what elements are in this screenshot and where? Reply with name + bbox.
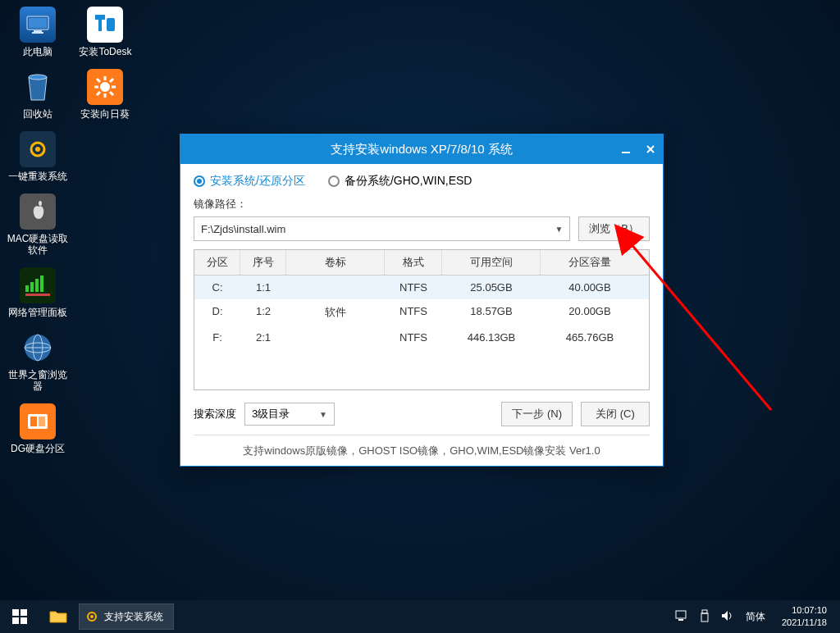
cell: 18.57GB	[442, 299, 541, 326]
svg-rect-19	[39, 417, 45, 426]
path-label: 镜像路径：	[194, 197, 650, 212]
col-format: 格式	[385, 250, 442, 275]
image-path-value: F:\Zjds\install.wim	[201, 223, 285, 235]
col-partition: 分区	[194, 250, 240, 275]
minimize-button[interactable]	[619, 142, 633, 157]
titlebar[interactable]: 支持安装windows XP/7/8/10 系统	[180, 134, 663, 164]
desktop: 此电脑 回收站 一键重装系统 MAC硬盘读取软件	[0, 0, 840, 633]
table-header: 分区 序号 卷标 格式 可用空间 分区容量	[194, 250, 649, 276]
col-volume: 卷标	[286, 250, 385, 275]
svg-line-26	[97, 79, 100, 82]
gear-icon	[84, 609, 99, 624]
pc-icon	[20, 7, 56, 43]
desktop-icon-todesk[interactable]: 安装ToDesk	[74, 7, 136, 57]
table-row[interactable]: F: 2:1 NTFS 446.13GB 465.76GB	[194, 326, 649, 349]
taskbar: 支持安装系统 简体 10:07:10 2021/11/18	[0, 600, 840, 633]
svg-rect-42	[702, 610, 707, 613]
svg-point-6	[35, 147, 40, 152]
svg-point-39	[90, 615, 94, 618]
close-button[interactable]	[643, 142, 658, 157]
sunflower-icon	[87, 69, 123, 105]
cell: 20.00GB	[541, 299, 639, 326]
taskbar-explorer[interactable]	[39, 600, 77, 633]
cell: NTFS	[385, 276, 442, 299]
window-content: 安装系统/还原分区 备份系统/GHO,WIN,ESD 镜像路径： F:\Zjds…	[180, 164, 663, 465]
svg-line-27	[110, 92, 113, 95]
table-row[interactable]: D: 1:2 软件 NTFS 18.57GB 20.00GB	[194, 299, 649, 326]
cell	[286, 276, 385, 299]
radio-install[interactable]: 安装系统/还原分区	[194, 174, 305, 189]
table-row[interactable]: C: 1:1 NTFS 25.05GB 40.00GB	[194, 276, 649, 299]
desktop-icon-reinstall[interactable]: 一键重装系统	[7, 131, 69, 182]
desktop-icon-label: 安装向日葵	[74, 108, 136, 120]
globe-icon	[20, 330, 56, 366]
tray-time: 10:07:10	[782, 604, 827, 617]
tray-usb-icon[interactable]	[700, 609, 710, 625]
partition-icon	[20, 403, 56, 439]
desktop-icon-recycle[interactable]: 回收站	[7, 69, 69, 120]
tray-volume-icon[interactable]	[721, 610, 734, 624]
tray-ime[interactable]: 简体	[746, 610, 765, 624]
desktop-icon-browser[interactable]: 世界之窗浏览器	[7, 330, 69, 392]
svg-line-28	[110, 79, 113, 82]
tray-clock[interactable]: 10:07:10 2021/11/18	[777, 604, 832, 629]
svg-rect-41	[678, 619, 683, 621]
cell: NTFS	[385, 326, 442, 349]
desktop-icon-label: DG硬盘分区	[7, 443, 69, 454]
start-button[interactable]	[0, 600, 39, 633]
mode-radios: 安装系统/还原分区 备份系统/GHO,WIN,ESD	[194, 174, 650, 189]
desktop-icon-label: 回收站	[7, 108, 69, 120]
cell: 1:2	[240, 299, 286, 326]
desktop-icon-mac-disk[interactable]: MAC硬盘读取软件	[7, 194, 69, 256]
svg-line-29	[97, 92, 100, 95]
desktop-icon-dg[interactable]: DG硬盘分区	[7, 403, 69, 454]
svg-rect-36	[12, 617, 19, 624]
desktop-icon-label: 一键重装系统	[7, 171, 69, 182]
svg-rect-37	[21, 617, 27, 624]
depth-label: 搜索深度	[194, 407, 236, 421]
svg-point-7	[39, 201, 42, 206]
depth-select[interactable]: 3级目录 ▼	[244, 403, 335, 426]
cell: 软件	[286, 299, 385, 326]
desktop-icon-label: 此电脑	[7, 46, 69, 57]
todesk-icon	[87, 7, 123, 43]
radio-install-label: 安装系统/还原分区	[210, 174, 305, 189]
desktop-icon-sunflower[interactable]: 安装向日葵	[74, 69, 136, 120]
svg-point-4	[29, 75, 47, 80]
radio-icon	[328, 175, 340, 187]
svg-rect-12	[25, 294, 50, 296]
desktop-icon-label: 安装ToDesk	[74, 46, 136, 57]
svg-rect-35	[21, 609, 27, 616]
desktop-icon-network[interactable]: 网络管理面板	[7, 267, 69, 318]
svg-rect-43	[701, 613, 708, 622]
col-index: 序号	[240, 250, 286, 275]
taskbar-app-installer[interactable]: 支持安装系统	[79, 603, 174, 630]
partition-table: 分区 序号 卷标 格式 可用空间 分区容量 C: 1:1 NTFS 25.05G…	[194, 249, 650, 390]
desktop-icon-label: MAC硬盘读取软件	[7, 233, 69, 256]
cell: 1:1	[240, 276, 286, 299]
browse-button[interactable]: 浏览（B）	[578, 216, 650, 241]
cell: 25.05GB	[442, 276, 541, 299]
tray-date: 2021/11/18	[782, 617, 827, 629]
radio-backup[interactable]: 备份系统/GHO,WIN,ESD	[328, 174, 472, 189]
system-tray: 简体 10:07:10 2021/11/18	[667, 604, 840, 629]
cell: NTFS	[385, 299, 442, 326]
cell: 2:1	[240, 326, 286, 349]
svg-rect-40	[676, 611, 686, 618]
image-path-input[interactable]: F:\Zjds\install.wim ▼	[194, 216, 570, 241]
desktop-icon-this-pc[interactable]: 此电脑	[7, 7, 69, 57]
tray-network-icon[interactable]	[675, 610, 688, 624]
installer-window: 支持安装windows XP/7/8/10 系统 安装系统/还原分区 备份系统/…	[180, 134, 664, 467]
svg-rect-20	[107, 18, 115, 31]
path-row: F:\Zjds\install.wim ▼ 浏览（B）	[194, 216, 650, 241]
cell: 40.00GB	[541, 276, 639, 299]
desktop-icon-label: 网络管理面板	[7, 307, 69, 318]
next-button[interactable]: 下一步 (N)	[501, 402, 573, 426]
dropdown-icon: ▼	[555, 225, 563, 234]
cell: 465.76GB	[541, 326, 639, 349]
svg-rect-18	[30, 417, 37, 426]
close-window-button[interactable]: 关闭 (C)	[581, 402, 650, 426]
folder-icon	[49, 609, 67, 624]
window-title: 支持安装windows XP/7/8/10 系统	[331, 142, 513, 157]
cell: 446.13GB	[442, 326, 541, 349]
